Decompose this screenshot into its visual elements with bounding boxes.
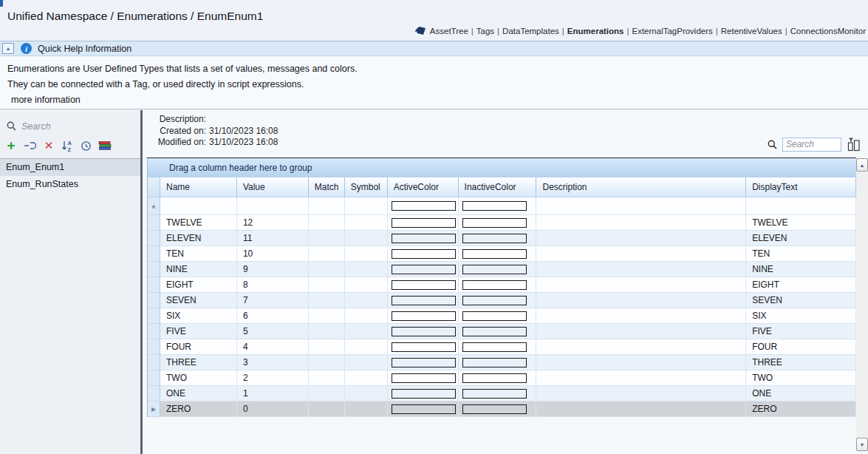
cell-inactive-color[interactable] [459,246,537,262]
active-color-swatch[interactable] [392,234,456,243]
cell-symbol[interactable] [345,386,388,402]
cell-display-text[interactable]: ELEVEN [746,231,856,246]
cell-inactive-color[interactable] [459,293,537,308]
grid-row[interactable]: TWO2TWO [147,370,856,386]
column-header-display-text[interactable]: DisplayText [746,177,856,197]
grid-row[interactable]: THREE3THREE [147,355,856,370]
active-color-swatch[interactable] [392,404,456,414]
cell-value[interactable]: 2 [237,370,309,386]
active-color-swatch[interactable] [392,265,456,274]
inactive-color-swatch[interactable] [462,327,527,336]
cell-description[interactable] [536,355,746,370]
grid-row[interactable]: ONE1ONE [147,386,856,402]
cell-inactive-color[interactable] [459,355,537,370]
nav-item-tags[interactable]: Tags [476,27,494,35]
cell-match[interactable] [309,197,345,215]
cell-value[interactable]: 10 [237,246,309,262]
cell-active-color[interactable] [388,324,459,339]
cell-name[interactable]: THREE [160,355,237,370]
cell-active-color[interactable] [388,231,459,246]
cell-display-text[interactable]: ZERO [746,402,856,417]
cell-value[interactable]: 11 [237,231,309,246]
cell-active-color[interactable] [388,215,459,231]
grid-row[interactable]: NINE9NINE [147,262,856,277]
column-header-name[interactable]: Name [160,177,237,197]
cell-name[interactable]: SEVEN [160,293,237,308]
row-header[interactable] [148,262,160,277]
nav-item-connectionsmonitor[interactable]: ConnectionsMonitor [790,27,866,35]
cell-match[interactable] [309,231,345,246]
cell-display-text[interactable]: TWO [746,370,856,386]
inactive-color-swatch[interactable] [462,218,527,228]
cell-symbol[interactable] [345,215,388,231]
cell-value[interactable]: 4 [237,339,309,355]
grid-row[interactable]: FIVE5FIVE [147,324,856,339]
cell-match[interactable] [309,293,345,308]
cell-name[interactable]: ONE [160,386,237,402]
active-color-swatch[interactable] [392,201,456,211]
inactive-color-swatch[interactable] [462,342,527,352]
cell-name[interactable]: TWELVE [160,215,237,231]
list-item-enum_runstates[interactable]: Enum_RunStates [0,176,140,193]
cell-inactive-color[interactable] [459,370,537,386]
cell-description[interactable] [536,215,746,231]
cell-inactive-color[interactable] [459,197,537,215]
cell-inactive-color[interactable] [459,231,537,246]
cell-display-text[interactable]: FIVE [746,324,856,339]
cell-match[interactable] [309,355,345,370]
row-header[interactable] [148,231,160,246]
cell-value[interactable]: 9 [237,262,309,277]
cell-value[interactable] [237,197,309,215]
cell-description[interactable] [536,277,746,293]
inactive-color-swatch[interactable] [462,311,527,321]
cell-match[interactable] [309,215,345,231]
cell-active-color[interactable] [388,355,459,370]
cell-description[interactable] [536,246,746,262]
grid-row[interactable]: ELEVEN11ELEVEN [147,231,856,246]
more-information-link[interactable]: more information [11,92,868,108]
cell-inactive-color[interactable] [459,386,537,402]
cell-name[interactable]: ZERO [160,402,237,417]
row-header[interactable] [148,370,160,386]
column-header-value[interactable]: Value [237,177,309,197]
cell-display-text[interactable]: SIX [746,308,856,324]
cell-symbol[interactable] [345,293,388,308]
cell-name[interactable]: FOUR [160,339,237,355]
cell-match[interactable] [309,246,345,262]
column-chooser-icon[interactable] [847,137,861,152]
active-color-swatch[interactable] [392,296,456,305]
cell-description[interactable] [536,370,746,386]
inactive-color-swatch[interactable] [462,389,527,399]
cell-description[interactable] [536,293,746,308]
active-color-swatch[interactable] [392,342,456,352]
group-by-band[interactable]: Drag a column header here to group [147,158,856,177]
cell-active-color[interactable] [388,246,459,262]
cell-match[interactable] [309,324,345,339]
active-color-swatch[interactable] [392,327,456,336]
cell-symbol[interactable] [345,277,388,293]
cell-match[interactable] [309,370,345,386]
cell-match[interactable] [309,339,345,355]
inactive-color-swatch[interactable] [462,249,527,259]
cell-description[interactable] [536,197,746,215]
row-header[interactable] [148,277,160,293]
cell-active-color[interactable] [388,370,459,386]
cell-match[interactable] [309,386,345,402]
cell-symbol[interactable] [345,262,388,277]
active-color-swatch[interactable] [392,358,456,367]
row-header[interactable] [148,339,160,355]
cell-active-color[interactable] [388,262,459,277]
cell-display-text[interactable]: EIGHT [746,277,856,293]
active-color-swatch[interactable] [392,311,456,321]
cell-symbol[interactable] [345,355,388,370]
scroll-down-button[interactable]: ▼ [856,438,868,451]
grid-row[interactable]: EIGHT8EIGHT [147,277,856,293]
active-color-swatch[interactable] [392,389,456,399]
row-header[interactable] [148,386,160,402]
grid-row[interactable]: TWELVE12TWELVE [147,215,856,231]
cell-value[interactable]: 0 [237,402,309,417]
row-header[interactable] [148,324,160,339]
grid-row[interactable]: SEVEN7SEVEN [147,293,856,308]
cell-inactive-color[interactable] [459,262,537,277]
inactive-color-swatch[interactable] [462,404,527,414]
